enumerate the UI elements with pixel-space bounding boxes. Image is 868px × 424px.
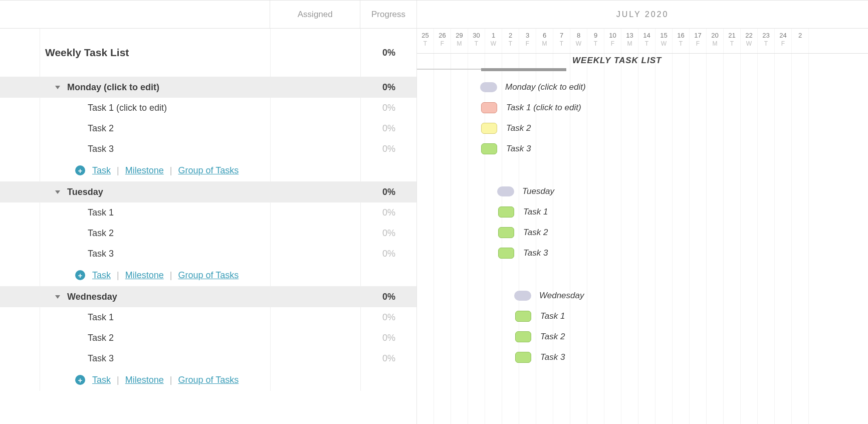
task-name[interactable]: Task 2 (45, 123, 114, 134)
task-row[interactable]: Task 2 0% (0, 328, 416, 348)
row-name-cell[interactable]: Tuesday (40, 181, 271, 202)
gantt-task-bar[interactable] (481, 123, 497, 134)
day-column[interactable]: 30T (468, 29, 485, 53)
gantt-task-bar[interactable] (481, 102, 497, 113)
gantt-group-pill[interactable] (480, 82, 497, 92)
gantt-task-bar[interactable] (498, 206, 514, 218)
group-name[interactable]: Monday (click to edit) (67, 82, 159, 93)
row-name-cell[interactable]: Task 3 (40, 244, 271, 264)
progress-column-header[interactable]: Progress (360, 1, 416, 28)
chevron-down-icon[interactable] (55, 86, 60, 89)
group-name[interactable]: Tuesday (67, 187, 103, 197)
row-name-cell[interactable]: Task 3 (40, 348, 271, 369)
task-row[interactable]: Task 1 0% (0, 202, 416, 223)
task-name[interactable]: Task 3 (45, 249, 114, 259)
group-row[interactable]: Monday (click to edit) 0% (0, 77, 416, 98)
row-progress-cell[interactable]: 0% (361, 223, 417, 244)
row-progress-cell[interactable]: 0% (361, 77, 417, 98)
task-row[interactable]: Task 1 (click to edit) 0% (0, 98, 416, 118)
plus-icon[interactable]: + (75, 375, 85, 385)
add-group-link[interactable]: Group of Tasks (178, 270, 239, 281)
day-column[interactable]: 3F (519, 29, 536, 53)
add-milestone-link[interactable]: Milestone (125, 165, 164, 176)
gantt-group-pill[interactable] (497, 186, 514, 196)
add-milestone-link[interactable]: Milestone (125, 270, 164, 281)
project-title[interactable]: Weekly Task List (45, 47, 129, 59)
plus-icon[interactable]: + (75, 270, 85, 280)
row-progress-cell[interactable]: 0% (361, 29, 417, 77)
row-assigned-cell[interactable] (271, 307, 361, 328)
day-column[interactable]: 26F (434, 29, 451, 53)
row-progress-cell[interactable]: 0% (361, 202, 417, 223)
row-assigned-cell[interactable] (271, 328, 361, 348)
task-row[interactable]: Task 1 0% (0, 307, 416, 328)
row-name-cell[interactable]: Task 3 (40, 139, 271, 159)
row-assigned-cell[interactable] (271, 118, 361, 139)
plus-icon[interactable]: + (75, 165, 85, 175)
add-task-link[interactable]: Task (92, 375, 111, 385)
add-group-link[interactable]: Group of Tasks (178, 165, 239, 176)
add-milestone-link[interactable]: Milestone (125, 375, 164, 385)
day-column[interactable]: 10F (604, 29, 621, 53)
gantt-project-bar[interactable] (481, 68, 566, 71)
day-column[interactable]: 9T (587, 29, 604, 53)
task-name[interactable]: Task 2 (45, 333, 114, 343)
task-name[interactable]: Task 1 (45, 312, 114, 323)
task-row[interactable]: Task 3 0% (0, 139, 416, 159)
task-row[interactable]: Task 2 0% (0, 223, 416, 244)
row-assigned-cell[interactable] (271, 98, 361, 118)
day-column[interactable]: 20M (707, 29, 724, 53)
add-task-link[interactable]: Task (92, 165, 111, 176)
task-row[interactable]: Task 3 0% (0, 348, 416, 369)
row-assigned-cell[interactable] (271, 348, 361, 369)
group-name[interactable]: Wednesday (67, 292, 117, 302)
day-column[interactable]: 7T (553, 29, 570, 53)
row-assigned-cell[interactable] (271, 77, 361, 98)
day-column[interactable]: 29M (451, 29, 468, 53)
row-assigned-cell[interactable] (271, 29, 361, 77)
chevron-down-icon[interactable] (55, 190, 60, 194)
row-name-cell[interactable]: Task 2 (40, 118, 271, 139)
gantt-task-bar[interactable] (515, 352, 531, 363)
row-progress-cell[interactable]: 0% (361, 244, 417, 264)
day-column[interactable]: 6M (536, 29, 553, 53)
row-progress-cell[interactable]: 0% (361, 181, 417, 202)
task-name[interactable]: Task 1 (click to edit) (45, 103, 167, 113)
row-name-cell[interactable]: Wednesday (40, 286, 271, 307)
day-column[interactable]: 2 (792, 29, 809, 53)
project-row[interactable]: Weekly Task List 0% (0, 29, 416, 77)
row-assigned-cell[interactable] (271, 244, 361, 264)
row-assigned-cell[interactable] (271, 139, 361, 159)
row-name-cell[interactable]: Task 2 (40, 223, 271, 244)
day-column[interactable]: 1W (485, 29, 502, 53)
row-progress-cell[interactable]: 0% (361, 118, 417, 139)
task-row[interactable]: Task 3 0% (0, 244, 416, 264)
add-group-link[interactable]: Group of Tasks (178, 375, 239, 385)
gantt-task-bar[interactable] (498, 248, 514, 259)
day-column[interactable]: 22W (741, 29, 758, 53)
day-column[interactable]: 21T (724, 29, 741, 53)
task-name[interactable]: Task 3 (45, 144, 114, 154)
row-progress-cell[interactable]: 0% (361, 139, 417, 159)
row-name-cell[interactable]: Task 1 (40, 307, 271, 328)
day-column[interactable]: 13M (621, 29, 638, 53)
row-assigned-cell[interactable] (271, 286, 361, 307)
task-row[interactable]: Task 2 0% (0, 118, 416, 139)
row-progress-cell[interactable]: 0% (361, 307, 417, 328)
gantt-body[interactable]: WEEKLY TASK LIST Monday (click to edit) … (417, 54, 868, 424)
day-column[interactable]: 17F (690, 29, 707, 53)
day-column[interactable]: 24F (775, 29, 792, 53)
task-name[interactable]: Task 3 (45, 353, 114, 364)
gantt-task-bar[interactable] (498, 227, 514, 238)
row-progress-cell[interactable]: 0% (361, 98, 417, 118)
row-progress-cell[interactable]: 0% (361, 348, 417, 369)
day-column[interactable]: 14T (638, 29, 656, 53)
row-name-cell[interactable]: Monday (click to edit) (40, 77, 271, 98)
row-name-cell[interactable]: Task 1 (40, 202, 271, 223)
gantt-task-bar[interactable] (515, 331, 531, 342)
day-column[interactable]: 8W (570, 29, 587, 53)
gantt-group-pill[interactable] (514, 291, 531, 301)
day-column[interactable]: 23T (758, 29, 775, 53)
row-name-cell[interactable]: Task 1 (click to edit) (40, 98, 271, 118)
row-name-cell[interactable]: Task 2 (40, 328, 271, 348)
